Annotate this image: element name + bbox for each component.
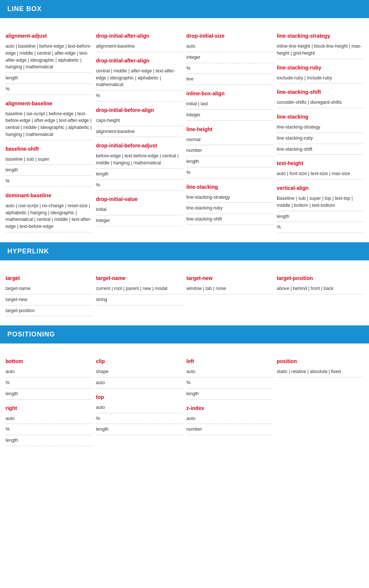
prop-value-line-box-2-3-2: line-stacking-shift [186,214,273,225]
prop-title-hyperlink-3-0: target-position [277,275,363,281]
prop-value-line-box-2-3-0: line-stacking-strategy [186,192,273,203]
section-title-line-box: LINE BOX [7,5,362,13]
prop-value-positioning-1-1-0: auto [96,402,183,413]
section-content-hyperlink: targettarget-nametarget-newtarget-positi… [0,268,369,325]
prop-value-positioning-3-0-0: static | relative | absolute | fixed [277,366,363,377]
column-positioning-2: leftauto%lengthz-indexautonumber [186,351,273,448]
section-header-positioning: POSITIONING [0,325,369,343]
prop-title-positioning-3-0: position [277,358,363,364]
prop-title-line-box-3-2: line-stacking-shift [277,89,363,95]
section-line-box: LINE BOXalignment-adjustauto | baseline … [0,0,369,242]
prop-title-line-box-2-2: line-height [186,126,273,132]
prop-value-positioning-2-1-0: auto [186,413,273,424]
prop-title-line-box-3-5: vertical-align [277,185,363,191]
prop-title-line-box-1-2: drop-initial-before-align [96,107,183,113]
prop-value-positioning-0-0-1: % [6,377,92,389]
section-positioning: POSITIONINGbottomauto%lengthrightauto%le… [0,325,369,455]
section-title-positioning: POSITIONING [7,331,362,338]
prop-value-positioning-1-0-1: auto [96,377,183,389]
column-hyperlink-3: target-positionabove | behind | front | … [277,268,363,318]
prop-title-hyperlink-2-0: target-new [186,275,273,281]
prop-value-positioning-2-1-1: number [186,424,273,435]
prop-value-line-box-1-2-0: caps-height [96,115,183,126]
columns-hyperlink: targettarget-nametarget-newtarget-positi… [6,268,363,318]
section-title-hyperlink: HYPERLINK [7,247,362,255]
prop-value-line-box-3-3-1: line-stacking-ruby [277,133,363,144]
prop-title-line-box-3-0: line-stacking-strategy [277,33,363,39]
prop-value-line-box-1-4-1: integer [96,215,183,226]
columns-line-box: alignment-adjustauto | baseline | before… [6,25,363,235]
prop-value-hyperlink-3-0-0: above | behind | front | back [277,283,363,294]
prop-value-line-box-1-3-0: before-edge | text-before-edge | central… [96,151,183,169]
prop-value-line-box-0-2-2: % [6,176,92,187]
prop-title-line-box-3-4: text-height [277,160,363,166]
prop-value-line-box-1-1-1: % [96,90,183,102]
prop-value-line-box-0-3-0: auto | use-script | no-change | reset-si… [6,201,92,232]
prop-value-line-box-1-3-2: % [96,180,183,191]
prop-value-hyperlink-0-0-1: target-new [6,294,92,305]
prop-value-line-box-3-5-1: length [277,211,363,222]
prop-title-line-box-2-3: line-stacking [186,184,273,190]
prop-title-positioning-0-0: bottom [6,358,92,364]
prop-value-line-box-1-3-1: length [96,169,183,180]
prop-title-positioning-2-1: z-index [186,405,273,411]
prop-value-positioning-0-1-2: length [6,435,92,446]
prop-title-line-box-1-1: drop-initial-after-align [96,58,183,64]
section-hyperlink: HYPERLINKtargettarget-nametarget-newtarg… [0,242,369,325]
prop-value-line-box-3-3-2: line-stacking-shift [277,144,363,155]
prop-value-line-box-2-2-0: normal [186,134,273,146]
column-line-box-1: drop-initial-after-alignalignment-baseli… [96,25,183,235]
prop-title-positioning-0-1: right [6,405,92,411]
prop-value-positioning-1-0-0: shape [96,366,183,377]
prop-value-line-box-0-2-1: length [6,165,92,176]
prop-value-hyperlink-1-0-0: current | root | parent | new | modal [96,283,183,294]
prop-title-line-box-0-1: alignment-baseline [6,100,92,106]
prop-value-line-box-1-4-0: initial [96,204,183,215]
prop-value-line-box-1-2-1: alignment-baseline [96,126,183,137]
prop-value-line-box-1-1-0: central | middle | after-edge | text-aft… [96,66,183,90]
prop-value-line-box-3-4-0: auto | font-size | text-size | max-size [277,168,363,180]
prop-value-line-box-2-0-3: line [186,74,273,85]
prop-value-line-box-3-1-0: exclude-ruby | include-ruby [277,73,363,84]
prop-title-hyperlink-0-0: target [6,275,92,281]
prop-value-positioning-0-0-2: length [6,389,92,400]
prop-value-line-box-2-1-0: initial | last [186,99,273,110]
prop-value-positioning-2-0-0: auto [186,366,273,377]
prop-value-line-box-3-5-0: Baseline | sub | super | top | text-top … [277,193,363,211]
column-positioning-1: clipshapeautotopauto%length [96,351,183,448]
prop-title-line-box-1-0: drop-initial-after-align [96,33,183,39]
prop-value-line-box-0-0-1: length [6,73,92,84]
prop-title-hyperlink-1-0: target-name [96,275,183,281]
prop-value-positioning-2-0-1: % [186,377,273,389]
prop-title-line-box-1-4: drop-initial-value [96,196,183,202]
prop-title-line-box-3-3: line-stacking [277,114,363,120]
section-header-hyperlink: HYPERLINK [0,242,369,260]
columns-positioning: bottomauto%lengthrightauto%lengthclipsha… [6,351,363,448]
column-positioning-0: bottomauto%lengthrightauto%length [6,351,92,448]
section-content-line-box: alignment-adjustauto | baseline | before… [0,25,369,242]
prop-title-line-box-2-1: inline-box-align [186,90,273,96]
prop-title-line-box-1-3: drop-initial-before-adjust [96,143,183,148]
column-hyperlink-2: target-newwindow | tab | none [186,268,273,318]
prop-value-positioning-0-1-1: % [6,424,92,435]
prop-value-line-box-2-2-3: % [186,167,273,178]
prop-value-line-box-2-3-1: line-stacking-ruby [186,203,273,214]
prop-value-line-box-3-5-2: % [277,222,363,233]
prop-title-line-box-0-0: alignment-adjust [6,33,92,39]
prop-value-hyperlink-1-0-1: string [96,294,183,305]
prop-value-line-box-0-2-0: baseline | sub | super [6,154,92,165]
prop-value-line-box-2-2-2: length [186,156,273,167]
section-header-line-box: LINE BOX [0,0,369,18]
prop-value-line-box-2-0-0: auto [186,41,273,52]
prop-title-line-box-3-1: line-stacking-ruby [277,65,363,71]
prop-value-line-box-0-1-0: baseline | ise-script | before-edge | te… [6,109,92,140]
prop-value-positioning-1-1-2: length [96,424,183,435]
prop-title-line-box-2-0: drop-initial-size [186,33,273,39]
prop-value-line-box-1-0-0: alignment-baseline [96,41,183,52]
prop-value-positioning-1-1-1: % [96,413,183,424]
prop-value-line-box-0-0-0: auto | baseline | before-edge | text-bef… [6,41,92,73]
column-positioning-3: positionstatic | relative | absolute | f… [277,351,363,448]
prop-value-positioning-0-0-0: auto [6,366,92,377]
prop-value-positioning-0-1-0: auto [6,413,92,424]
column-line-box-2: drop-initial-sizeautointeger%lineinline-… [186,25,273,235]
